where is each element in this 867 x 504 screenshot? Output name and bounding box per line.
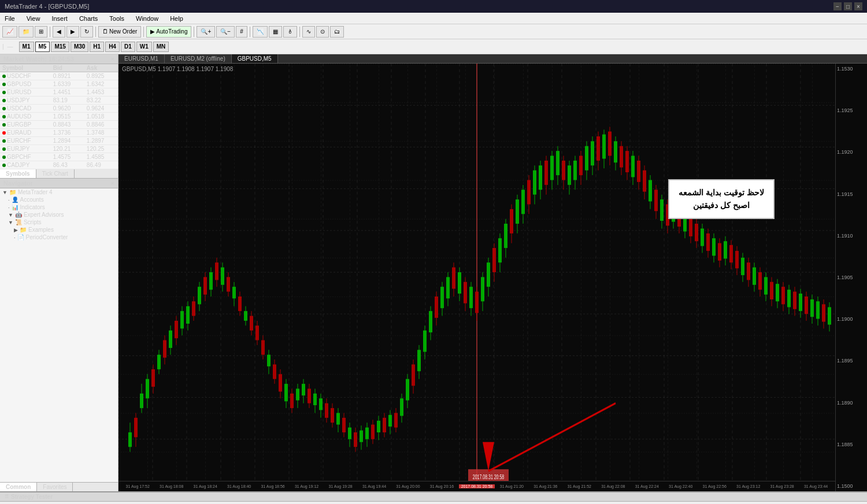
menu-view[interactable]: View <box>24 14 43 23</box>
template-button[interactable]: 🗂 <box>330 26 344 38</box>
svg-rect-253 <box>764 277 768 294</box>
tab-symbols[interactable]: Symbols <box>0 169 36 178</box>
svg-rect-153 <box>475 292 479 313</box>
nav-bottom-tabs: Common Favorites <box>0 482 118 491</box>
svg-rect-207 <box>631 156 635 177</box>
market-watch-row[interactable]: USDCHF 0.8921 0.8925 <box>0 72 118 80</box>
tester-drag-handle: ⠿ <box>5 494 9 500</box>
open-folder-button[interactable]: 📁 <box>18 26 34 38</box>
annotation-box: لاحظ توقيت بداية الشمعه اصبح كل دفيقتين <box>668 179 775 219</box>
nav-item-expert-advisors[interactable]: ▼🤖Expert Advisors <box>0 211 118 218</box>
market-watch-row[interactable]: EURAUD 1.3736 1.3748 <box>0 129 118 137</box>
svg-rect-269 <box>810 299 814 317</box>
refresh-button[interactable]: ↻ <box>80 26 93 38</box>
nav-item-accounts[interactable]: ·👤Accounts <box>0 196 118 203</box>
market-watch-row[interactable]: EURCHF 1.2894 1.2897 <box>0 137 118 145</box>
symbol-cell: EURJPY <box>0 145 51 153</box>
navigator-header: Navigator × <box>0 179 118 188</box>
candlestick-chart: 2017.08.31 20:58 <box>118 64 835 481</box>
nav-item-examples[interactable]: ▶📁Examples <box>0 226 118 234</box>
period-w1-button[interactable]: W1 <box>136 42 152 52</box>
menu-bar: File View Insert Charts Tools Window Hel… <box>0 13 867 24</box>
new-chart-button[interactable]: 📈 <box>2 26 17 38</box>
ask-cell: 86.49 <box>84 161 118 169</box>
nav-item-periodconverter[interactable]: ·📄PeriodConverter <box>0 234 118 241</box>
nav-item-indicators[interactable]: ·📊Indicators <box>0 203 118 211</box>
nav-item-scripts[interactable]: ▼📜Scripts <box>0 218 118 226</box>
line-chart-button[interactable]: 📉 <box>253 26 268 38</box>
market-watch-row[interactable]: AUDUSD 1.0515 1.0518 <box>0 113 118 121</box>
tab-tick-chart[interactable]: Tick Chart <box>36 169 75 178</box>
svg-rect-147 <box>458 272 461 294</box>
svg-rect-155 <box>481 277 484 301</box>
period-h1-button[interactable]: H1 <box>90 42 104 52</box>
main-layout: Market Watch: 16:24:53 × Symbol Bid Ask … <box>0 54 867 491</box>
bid-cell: 1.4451 <box>51 88 84 97</box>
period-m15-button[interactable]: M15 <box>51 42 69 52</box>
auto-trading-button[interactable]: ▶ AutoTrading <box>146 26 191 38</box>
restore-button[interactable]: □ <box>844 2 852 10</box>
tab-common[interactable]: Common <box>0 483 37 491</box>
back-button[interactable]: ◀ <box>53 26 65 38</box>
ask-cell: 1.3748 <box>84 129 118 137</box>
market-watch-row[interactable]: GBPUSD 1.6339 1.6342 <box>0 80 118 88</box>
separator5 <box>250 27 250 37</box>
bid-cell: 0.8843 <box>51 121 84 129</box>
new-order-button[interactable]: 🗒 New Order <box>98 26 141 38</box>
svg-rect-273 <box>822 304 825 321</box>
menu-tools[interactable]: Tools <box>107 14 127 23</box>
minimize-button[interactable]: − <box>833 2 842 10</box>
period-m5-button[interactable]: M5 <box>35 42 50 52</box>
close-button[interactable]: × <box>854 2 862 10</box>
symbol-cell: USDCAD <box>0 105 51 113</box>
navigator-tree: ▼📁MetaTrader 4·👤Accounts·📊Indicators▼🤖Ex… <box>0 188 118 241</box>
period-m30-button[interactable]: M30 <box>71 42 88 52</box>
chart-tab-eurusd-m1[interactable]: EURUSD,M1 <box>118 54 165 63</box>
menu-window[interactable]: Window <box>134 14 161 23</box>
zoom-out-button[interactable]: 🔍− <box>216 26 235 38</box>
svg-rect-103 <box>331 408 334 423</box>
market-watch-row[interactable]: EURUSD 1.4451 1.4453 <box>0 88 118 97</box>
period-sep-button[interactable]: ⊙ <box>316 26 329 38</box>
forward-button[interactable]: ▶ <box>66 26 79 38</box>
menu-file[interactable]: File <box>2 14 17 23</box>
period-mn-button[interactable]: MN <box>153 42 169 52</box>
ask-cell: 120.25 <box>84 145 118 153</box>
market-watch-row[interactable]: EURJPY 120.21 120.25 <box>0 145 118 153</box>
menu-insert[interactable]: Insert <box>49 14 70 23</box>
menu-charts[interactable]: Charts <box>77 14 100 23</box>
tab-favorites[interactable]: Favorites <box>37 483 73 491</box>
svg-rect-117 <box>371 425 375 439</box>
svg-rect-197 <box>602 135 606 159</box>
col-ask: Ask <box>84 64 118 72</box>
candle-chart-button[interactable]: 🕯 <box>283 26 297 38</box>
period-d1-button[interactable]: D1 <box>121 42 135 52</box>
indicators-button[interactable]: ∿ <box>302 26 315 38</box>
chart-grid-button[interactable]: # <box>236 26 247 38</box>
svg-rect-75 <box>250 316 253 331</box>
svg-rect-115 <box>365 428 369 439</box>
svg-rect-181 <box>556 151 560 175</box>
period-h4-button[interactable]: H4 <box>105 42 120 52</box>
bar-chart-button[interactable]: ▦ <box>269 26 282 38</box>
market-watch-title: Market Watch: 16:24:53 <box>3 55 74 62</box>
symbol-cell: EURCHF <box>0 137 51 145</box>
svg-rect-133 <box>417 350 421 371</box>
zoom-in-button[interactable]: 🔍+ <box>197 26 215 38</box>
menu-help[interactable]: Help <box>168 14 186 23</box>
svg-rect-81 <box>267 355 271 366</box>
market-watch-close[interactable]: × <box>111 55 114 62</box>
market-watch-row[interactable]: USDJPY 83.19 83.22 <box>0 97 118 105</box>
nav-item-metatrader-4[interactable]: ▼📁MetaTrader 4 <box>0 188 118 196</box>
profiles-button[interactable]: ⊞ <box>35 26 47 38</box>
chart-tabs: EURUSD,M1 EURUSD,M2 (offline) GBPUSD,M5 <box>118 54 867 64</box>
svg-rect-91 <box>296 388 299 400</box>
market-watch-row[interactable]: USDCAD 0.9620 0.9624 <box>0 105 118 113</box>
navigator-close[interactable]: × <box>111 180 114 187</box>
period-m1-button[interactable]: M1 <box>19 42 34 52</box>
chart-tab-eurusd-m2[interactable]: EURUSD,M2 (offline) <box>165 54 232 63</box>
chart-tab-gbpusd-m5[interactable]: GBPUSD,M5 <box>232 54 278 63</box>
market-watch-row[interactable]: GBPCHF 1.4575 1.4585 <box>0 153 118 161</box>
market-watch-row[interactable]: EURGBP 0.8843 0.8846 <box>0 121 118 129</box>
market-watch-row[interactable]: CADJPY 86.43 86.49 <box>0 161 118 169</box>
